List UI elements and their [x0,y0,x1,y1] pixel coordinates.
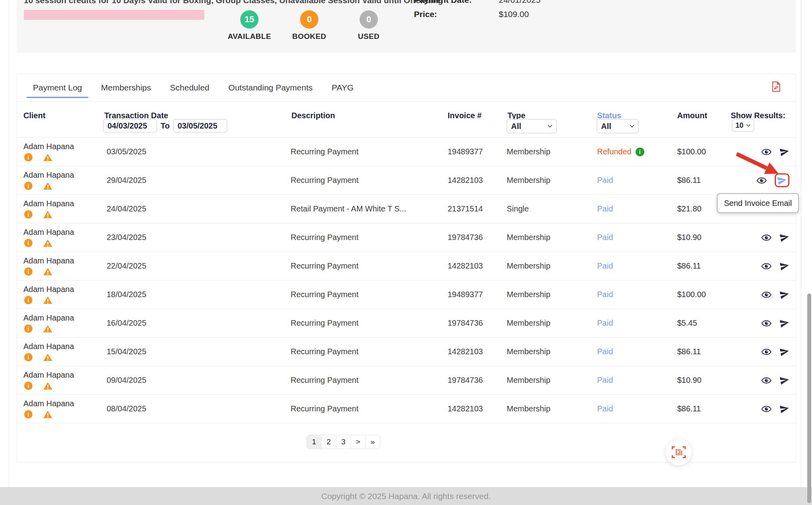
send-invoice-button[interactable] [779,347,789,357]
eye-icon [761,377,772,384]
view-invoice-button[interactable] [761,349,772,355]
tab-outstanding-payments[interactable]: Outstanding Payments [219,74,322,101]
pagination-page-1[interactable]: 1 [306,435,322,449]
client-icons: i [23,182,53,190]
client-info-icon[interactable]: i [24,267,33,276]
status-cell: Paid i [585,233,657,242]
client-info-icon[interactable]: i [24,410,33,419]
type-label: Type [508,111,525,120]
type-cell: Membership [498,404,585,413]
client-info-icon[interactable]: i [24,353,33,361]
send-invoice-button[interactable] [779,318,789,328]
copyright-text: Copyright © 2025 Hapana. All rights rese… [321,492,491,501]
send-invoice-button[interactable] [779,404,789,414]
payment-date-label: Payment Date: [414,0,472,5]
description-cell: Recurring Payment [282,347,440,356]
client-name[interactable]: Adam Hapana [23,199,74,208]
client-warning-icon[interactable] [43,296,53,304]
client-name[interactable]: Adam Hapana [23,228,74,237]
client-warning-icon[interactable] [43,353,53,361]
client-warning-icon[interactable] [43,239,53,247]
send-invoice-button[interactable] [779,261,789,271]
client-warning-icon[interactable] [43,153,53,161]
client-info-icon[interactable]: i [24,325,33,333]
client-warning-icon[interactable] [43,182,53,190]
actions-cell [726,147,796,157]
send-invoice-button[interactable] [779,232,789,242]
date-to-input[interactable]: 03/05/2025 [173,119,227,132]
view-invoice-button[interactable] [761,320,772,326]
view-invoice-button[interactable] [761,292,772,298]
client-info-icon[interactable]: i [24,296,33,304]
type-filter-select[interactable]: All [507,119,557,133]
pagination-page-3[interactable]: 3 [336,435,351,449]
eye-icon [761,149,772,155]
status-text: Paid [597,261,613,271]
tab-memberships[interactable]: Memberships [92,74,161,101]
tab-scheduled[interactable]: Scheduled [161,74,219,101]
client-cell: Adam Hapana i [17,199,100,219]
pagination-page-2[interactable]: 2 [321,435,336,449]
export-pdf-button[interactable] [772,81,781,93]
invoice-number-cell: 14282103 [440,176,498,185]
send-invoice-button[interactable] [779,147,789,157]
invoice-number-cell: 19784736 [440,376,498,385]
client-icons: i [23,382,53,390]
transaction-date-cell: 23/04/2025 [100,233,282,242]
page: 10 session credits for 10 Day/s Valid fo… [0,0,812,505]
client-warning-icon[interactable] [43,410,53,419]
pagination-next[interactable]: > [350,435,366,449]
client-name[interactable]: Adam Hapana [23,342,74,351]
date-from-input[interactable]: 04/03/2025 [103,119,157,132]
col-show-results: Show Results: 10 [726,102,796,137]
description-cell: Recurring Payment [282,233,440,242]
show-results-value: 10 [735,121,743,130]
barcode-scan-button[interactable] [666,439,692,465]
client-info-icon[interactable]: i [24,382,33,390]
client-name[interactable]: Adam Hapana [23,142,74,151]
client-name[interactable]: Adam Hapana [23,313,74,323]
client-name[interactable]: Adam Hapana [23,256,74,265]
client-warning-icon[interactable] [43,325,53,333]
status-filter-select[interactable]: All [597,119,639,133]
client-name[interactable]: Adam Hapana [23,285,74,294]
view-invoice-button[interactable] [756,177,767,184]
client-warning-icon[interactable] [43,210,53,219]
send-invoice-button[interactable] [779,290,789,300]
send-invoice-button[interactable] [779,375,789,385]
pdf-export-icon [772,81,781,92]
content-right-divider [801,0,801,505]
tab-payment-log[interactable]: Payment Log [23,74,92,101]
client-warning-icon[interactable] [43,382,53,390]
client-info-icon[interactable]: i [24,182,33,190]
pagination-last[interactable]: » [365,435,380,449]
status-text: Paid [597,376,613,385]
price-label: Price: [414,10,437,19]
view-invoice-button[interactable] [761,263,772,269]
client-warning-icon[interactable] [43,267,53,276]
view-invoice-button[interactable] [761,406,772,412]
scrollbar[interactable] [807,294,811,503]
view-invoice-button[interactable] [761,377,772,384]
show-results-label: Show Results: [731,111,785,120]
pagination: 123>» [306,435,380,449]
client-info-icon[interactable]: i [24,153,33,161]
show-results-select[interactable]: 10 [732,119,754,132]
client-name[interactable]: Adam Hapana [23,371,74,380]
eye-icon [761,292,772,298]
transaction-date-cell: 22/04/2025 [100,261,282,271]
client-icons: i [23,353,53,361]
client-name[interactable]: Adam Hapana [23,399,74,408]
invoice-number-cell: 19784736 [440,233,498,242]
tab-payg[interactable]: PAYG [322,74,363,101]
send-invoice-button[interactable] [775,173,789,187]
client-icons: i [23,239,53,247]
view-invoice-button[interactable] [761,234,772,241]
client-info-icon[interactable]: i [24,210,33,219]
client-info-icon[interactable]: i [24,239,33,247]
client-name[interactable]: Adam Hapana [23,171,74,180]
table-row: Adam Hapana i 23/04/2025 Recurring Payme… [17,223,796,252]
tab-bar: Payment LogMembershipsScheduledOutstandi… [17,74,796,102]
refund-info-icon[interactable]: i [636,148,644,156]
view-invoice-button[interactable] [761,149,772,155]
